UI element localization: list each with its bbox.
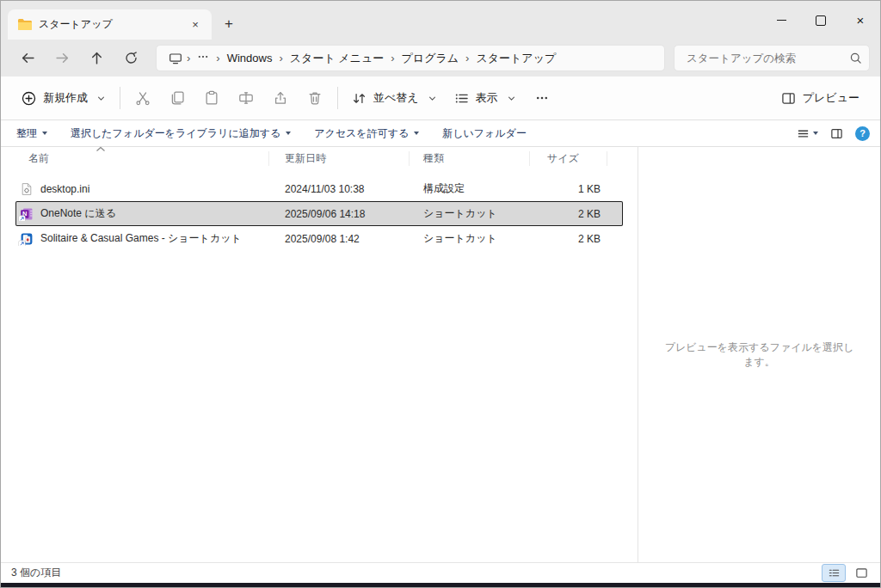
file-list-pane: 名前 更新日時 種類 サイズ desktop.ini 2024/11/03 10… [1,147,638,562]
file-type-cell: 構成設定 [410,181,530,196]
file-type-cell: ショートカット [410,206,530,221]
breadcrumb-item-windows[interactable]: Windows [221,50,279,66]
preview-empty-text: プレビューを表示するファイルを選択します。 [662,340,856,370]
tab-startup[interactable]: スタートアップ × [8,9,212,40]
sort-button[interactable]: 並べ替え [343,83,446,113]
item-count: 3 個の項目 [11,566,61,580]
thumbnail-view-icon [855,567,868,579]
file-row-desktop-ini[interactable]: desktop.ini 2024/11/03 10:38 構成設定 1 KB [15,176,623,201]
new-button[interactable]: 新規作成 [13,83,114,113]
ini-file-icon [20,182,34,196]
solitaire-icon [20,232,34,246]
view-button[interactable]: 表示 [446,83,525,113]
column-headers: 名前 更新日時 種類 サイズ [1,147,638,169]
organize-menu[interactable]: 整理 [16,126,47,141]
new-folder-button[interactable]: 新しいフォルダー [442,126,527,141]
share-access-label: アクセスを許可する [314,126,409,141]
copy-button[interactable] [160,83,194,113]
chevron-right-icon: › [390,52,395,64]
breadcrumb-ellipsis[interactable] [191,49,215,67]
rename-button[interactable] [229,83,263,113]
file-date-cell: 2025/09/06 14:18 [269,208,410,220]
tab-close-icon[interactable]: × [186,15,205,34]
details-view-button[interactable] [822,564,846,582]
sort-icon [352,91,367,106]
file-name-cell: Solitaire & Casual Games - ショートカット [15,231,269,246]
this-pc-icon[interactable] [165,52,186,65]
command-bar-right: ? [797,126,870,141]
file-row-onenote-shortcut[interactable]: N OneNote に送る 2025/09/06 14:18 ショートカット 2… [15,201,623,226]
dropdown-triangle-icon [42,132,47,135]
preview-toggle-button[interactable]: プレビュー [773,83,868,113]
organize-label: 整理 [16,126,37,141]
trash-icon [307,90,323,106]
back-arrow-icon [21,51,35,65]
thumbnail-view-button[interactable] [849,564,873,582]
new-tab-button[interactable]: + [217,12,241,36]
add-to-library-menu[interactable]: 選択したフォルダーをライブラリに追加する [71,126,291,141]
dropdown-triangle-icon [414,132,419,135]
breadcrumb[interactable]: › › Windows › スタート メニュー › プログラム › スタートアッ… [156,45,665,71]
column-header-size[interactable]: サイズ [530,151,607,166]
main-area: 名前 更新日時 種類 サイズ desktop.ini 2024/11/03 10… [1,147,880,562]
view-button-label: 表示 [476,90,498,106]
command-bar: 整理 選択したフォルダーをライブラリに追加する アクセスを許可する 新しいフォル… [1,120,880,147]
chevron-down-icon [96,94,106,103]
toolbar-separator [120,87,120,109]
list-lines-icon [797,127,810,140]
preview-pane-button[interactable] [830,127,843,140]
file-type-cell: ショートカット [410,231,530,246]
view-list-icon [454,91,469,106]
more-button[interactable] [525,83,559,113]
column-header-name[interactable]: 名前 [16,151,269,166]
forward-button[interactable] [47,45,77,72]
file-name-cell: N OneNote に送る [15,206,269,221]
more-dots-icon [535,91,549,105]
file-row-solitaire-shortcut[interactable]: Solitaire & Casual Games - ショートカット 2025/… [15,226,623,251]
chevron-down-icon [507,94,516,103]
maximize-button[interactable] [801,1,841,40]
forward-arrow-icon [55,51,70,65]
share-icon [273,90,288,106]
share-access-menu[interactable]: アクセスを許可する [314,126,419,141]
dropdown-triangle-icon [286,132,291,135]
copy-icon [169,90,185,106]
change-view-button[interactable] [797,127,818,140]
back-button[interactable] [13,45,42,72]
toolbar-separator [337,87,338,109]
chevron-down-icon [428,94,437,103]
file-name: Solitaire & Casual Games - ショートカット [40,231,242,246]
breadcrumb-item-programs[interactable]: プログラム [396,49,465,68]
cut-button[interactable] [126,83,160,113]
maximize-icon [816,15,826,26]
search-box [674,45,870,71]
new-folder-label: 新しいフォルダー [442,126,527,141]
toolbar: 新規作成 並べ替え [1,77,880,120]
minimize-button[interactable] [761,1,801,40]
status-view-toggles [822,564,873,582]
onenote-icon: N [20,207,34,221]
cut-icon [135,90,151,106]
preview-panel-icon [781,91,796,106]
column-header-type[interactable]: 種類 [410,151,530,166]
breadcrumb-item-start-menu[interactable]: スタート メニュー [284,49,390,68]
folder-icon [18,19,32,30]
breadcrumb-item-startup[interactable]: スタートアップ [470,49,562,68]
refresh-button[interactable] [116,45,145,72]
refresh-icon [124,51,139,65]
file-size-cell: 2 KB [530,233,607,245]
tab-title: スタートアップ [39,17,179,32]
taskbar-edge [1,583,880,587]
search-input[interactable] [685,52,849,65]
add-to-library-label: 選択したフォルダーをライブラリに追加する [71,126,280,141]
paste-button[interactable] [194,83,229,113]
share-button[interactable] [263,83,298,113]
help-button[interactable]: ? [855,126,870,141]
shortcut-arrow-icon [19,241,25,247]
delete-button[interactable] [298,83,332,113]
column-header-date-modified[interactable]: 更新日時 [269,151,410,166]
navigation-bar: › › Windows › スタート メニュー › プログラム › スタートアッ… [1,40,880,77]
up-button[interactable] [82,45,111,72]
close-button[interactable]: × [841,1,880,40]
preview-button-label: プレビュー [803,90,859,106]
